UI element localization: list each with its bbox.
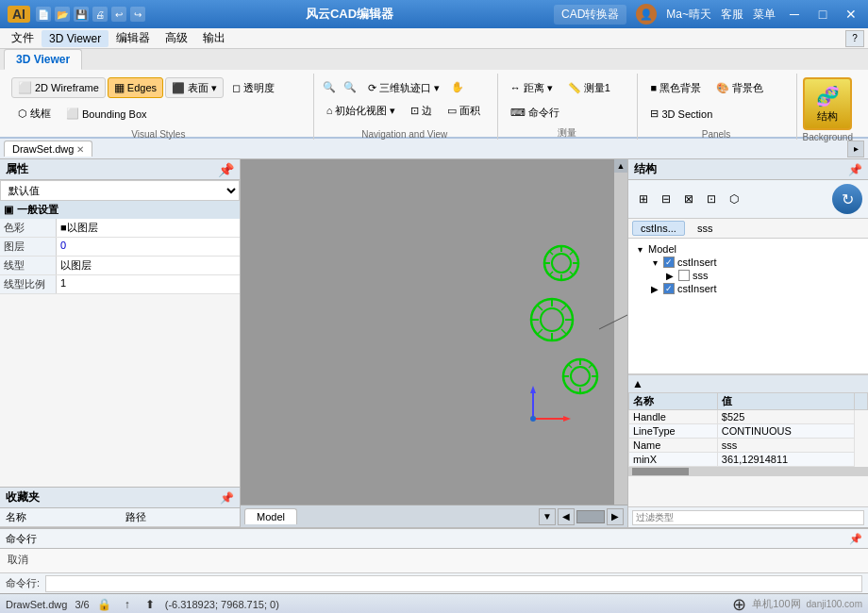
drawing-tab[interactable]: DrawSet.dwg ✕ xyxy=(4,141,92,157)
initview-dropdown[interactable]: ▾ xyxy=(390,105,395,117)
help-btn[interactable]: ? xyxy=(845,30,864,47)
transparent-btn[interactable]: ◻ 透明度 xyxy=(225,77,281,98)
distance-label: 距离 xyxy=(524,81,544,95)
structure-btn[interactable]: 🧬 结构 xyxy=(803,77,852,130)
tree-item-cstinsert1[interactable]: ▾ ✓ cstInsert xyxy=(647,256,864,269)
distance-dropdown[interactable]: ▾ xyxy=(547,82,553,94)
new-icon[interactable]: 📄 xyxy=(36,7,51,22)
structure-toolbar: ⊞ ⊟ ⊠ ⊡ ⬡ ↻ xyxy=(628,180,868,219)
ribbon-group-panels: ■ 黑色背景 🎨 背景色 ⊟ 3D Section Panels xyxy=(640,74,796,140)
3dorbit-btn[interactable]: ⟳ 三维轨迹口 ▾ xyxy=(361,77,446,98)
3dsection-btn[interactable]: ⊟ 3D Section xyxy=(643,104,719,124)
tab-arrow[interactable]: ▸ xyxy=(847,141,864,157)
menu-btn[interactable]: 菜单 xyxy=(753,7,776,23)
cad-converter-btn[interactable]: CAD转换器 xyxy=(554,5,626,25)
tree-checkbox-cstinsert2[interactable]: ✓ xyxy=(663,283,675,294)
cmd-pin[interactable]: 📌 xyxy=(849,533,862,545)
measure-buttons: ↔ 距离 ▾ 📏 测量1 ⌨ 命令行 xyxy=(504,74,630,124)
tree-expand-sss[interactable]: ▶ xyxy=(664,270,676,281)
pan-btn[interactable]: ✋ xyxy=(448,77,467,96)
tree-expand-cstinsert1[interactable]: ▾ xyxy=(649,257,660,268)
open-icon[interactable]: 📂 xyxy=(55,7,70,22)
struct-btn-5[interactable]: ⬡ xyxy=(725,190,743,208)
tree-expand-cstinsert2[interactable]: ▶ xyxy=(649,283,660,294)
cmdline-btn[interactable]: ⌨ 命令行 xyxy=(504,102,566,123)
favorites-pin[interactable]: 📌 xyxy=(220,491,234,505)
scroll-up-btn[interactable]: ▲ xyxy=(614,159,627,173)
surface-btn[interactable]: ⬛ 表面 ▾ xyxy=(165,77,224,98)
orbit-dropdown[interactable]: ▾ xyxy=(434,82,440,94)
measure1-btn[interactable]: 📏 测量1 xyxy=(561,77,617,98)
username[interactable]: Ma~晴天 xyxy=(666,7,711,23)
menu-output[interactable]: 输出 xyxy=(195,28,233,48)
model-tab[interactable]: Model xyxy=(244,508,297,524)
props-scroll-up[interactable]: ▲ xyxy=(632,377,643,390)
nav-left-btn[interactable]: ◀ xyxy=(558,508,575,525)
general-settings-header[interactable]: ▣ 一般设置 xyxy=(0,201,240,219)
close-btn[interactable]: ✕ xyxy=(842,5,860,24)
tree-item-model[interactable]: ▾ Model xyxy=(632,242,864,256)
property-select[interactable]: 默认值 xyxy=(0,180,240,201)
menu-advanced[interactable]: 高级 xyxy=(158,28,195,48)
tree-expand-model[interactable]: ▾ xyxy=(634,243,645,255)
zoom2-btn[interactable]: 🔍 xyxy=(341,77,359,96)
prop-layer-value[interactable]: 0 xyxy=(57,238,240,256)
ribbon-tab-3dviewer[interactable]: 3D Viewer xyxy=(4,49,82,70)
print-icon[interactable]: 🖨 xyxy=(92,7,108,22)
status-zoom-icon[interactable]: ⊕ xyxy=(732,594,746,614)
distance-btn[interactable]: ↔ 距离 ▾ xyxy=(504,77,559,98)
status-up-icon[interactable]: ↑ xyxy=(120,597,135,612)
viewport[interactable]: ▲ ▼ xyxy=(241,159,627,527)
struct-circle-btn[interactable]: ↻ xyxy=(832,184,862,214)
menu-file[interactable]: 文件 xyxy=(4,28,42,48)
tree-checkbox-sss[interactable] xyxy=(678,270,690,281)
wireframe-2d-btn[interactable]: ⬜ 2D Wireframe xyxy=(11,77,106,98)
tree-item-sss[interactable]: ▶ sss xyxy=(662,269,864,282)
minimize-btn[interactable]: ─ xyxy=(785,5,804,24)
undo-icon[interactable]: ↩ xyxy=(111,7,126,22)
tree-label-cstinsert1: cstInsert xyxy=(677,257,717,268)
customer-service[interactable]: 客服 xyxy=(721,7,743,23)
nav-right-btn[interactable]: ▶ xyxy=(607,508,624,525)
nav-down-btn[interactable]: ▼ xyxy=(539,508,556,525)
wireframe-label: 2D Wireframe xyxy=(35,82,99,93)
filter-type-input[interactable] xyxy=(632,510,864,525)
menu-3dviewer[interactable]: 3D Viewer xyxy=(42,30,108,47)
maximize-btn[interactable]: □ xyxy=(813,5,832,24)
struct-btn-3[interactable]: ⊠ xyxy=(679,190,698,208)
bg-color-btn[interactable]: 🎨 背景色 xyxy=(709,77,770,98)
prop-linetype-value[interactable]: 以图层 xyxy=(57,257,240,274)
background-buttons: 🧬 结构 xyxy=(803,74,852,130)
area-btn[interactable]: ▭ 面积 xyxy=(441,100,487,121)
edges-btn[interactable]: ▦ Edges xyxy=(108,77,163,98)
cmd-input-field[interactable] xyxy=(45,575,862,592)
black-bg-btn[interactable]: ■ 黑色背景 xyxy=(643,77,708,98)
filter-tab-cstins[interactable]: cstIns... xyxy=(632,221,685,236)
drawing-tab-close[interactable]: ✕ xyxy=(76,144,84,155)
status-lock-icon[interactable]: 🔒 xyxy=(97,597,112,612)
edges-icon: ▦ xyxy=(114,81,125,94)
tree-checkbox-cstinsert1[interactable]: ✓ xyxy=(663,257,675,268)
linebox-btn[interactable]: ⬡ 线框 xyxy=(11,104,58,124)
tree-item-cstinsert2[interactable]: ▶ ✓ cstInsert xyxy=(647,282,864,295)
structure-pin[interactable]: 📌 xyxy=(848,163,862,176)
struct-btn-4[interactable]: ⊡ xyxy=(702,190,721,208)
properties-pin[interactable]: 📌 xyxy=(218,162,234,177)
prop-linescale-value[interactable]: 1 xyxy=(57,275,240,293)
props-hscrollbar[interactable] xyxy=(628,467,868,476)
save-icon[interactable]: 💾 xyxy=(74,7,89,22)
initview-btn[interactable]: ⌂ 初始化视图 ▾ xyxy=(320,100,403,121)
struct-btn-1[interactable]: ⊞ xyxy=(634,190,653,208)
menu-editor[interactable]: 编辑器 xyxy=(108,28,158,48)
redo-icon[interactable]: ↪ xyxy=(130,7,145,22)
struct-btn-2[interactable]: ⊟ xyxy=(657,190,676,208)
prop-layer-row: 图层 0 xyxy=(0,238,240,257)
filter-tab-sss[interactable]: sss xyxy=(689,221,722,236)
title-bar-left: AI 📄 📂 💾 🖨 ↩ ↪ xyxy=(8,6,145,23)
bounding-box-btn[interactable]: ⬜ Bounding Box xyxy=(59,104,154,124)
status-upload-icon[interactable]: ⬆ xyxy=(142,597,158,612)
dropdown-arrow: ▾ xyxy=(211,82,217,94)
edge-btn[interactable]: ⊡ 边 xyxy=(404,100,439,121)
prop-color-value[interactable]: ■以图层 xyxy=(57,219,240,237)
zoom-realtime-btn[interactable]: 🔍 xyxy=(320,77,339,96)
